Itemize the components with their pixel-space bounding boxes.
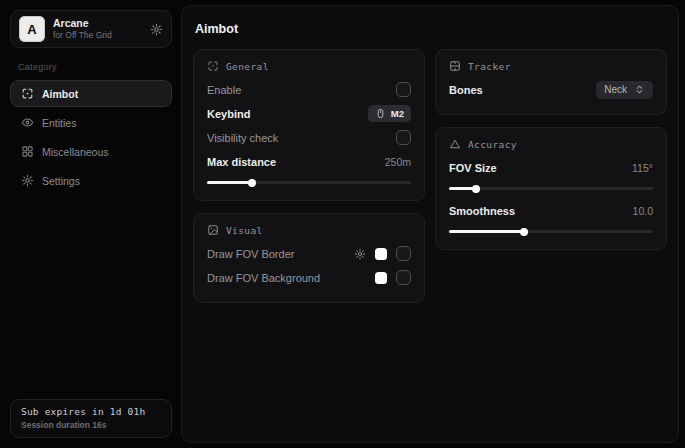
sidebar-item-aimbot[interactable]: Aimbot	[10, 80, 172, 107]
crosshair-icon	[21, 87, 34, 100]
tracker-icon	[449, 60, 461, 72]
draw-fov-background-label: Draw FOV Background	[207, 272, 320, 284]
keybind-value: M2	[391, 108, 404, 119]
sidebar: A Arcane for Off The Grid Category	[6, 5, 176, 443]
fov-size-label: FOV Size	[449, 162, 497, 174]
session-duration-text: Session duration 16s	[21, 420, 161, 430]
fov-size-slider[interactable]	[449, 187, 653, 190]
bones-select[interactable]: Neck	[596, 81, 653, 99]
app-name: Arcane	[53, 17, 142, 30]
fov-background-color-swatch[interactable]	[375, 272, 387, 284]
gear-icon[interactable]	[150, 23, 163, 36]
row-keybind: Keybind M2	[207, 102, 411, 125]
gear-icon[interactable]	[354, 248, 366, 260]
smoothness-label: Smoothness	[449, 205, 515, 217]
sub-expiry-text: Sub expires in 1d 01h	[21, 406, 161, 417]
sidebar-item-miscellaneous[interactable]: Miscellaneous	[10, 138, 172, 165]
category-label: Category	[18, 62, 164, 72]
enable-checkbox[interactable]	[396, 82, 411, 97]
card-title: General	[226, 61, 269, 72]
max-distance-slider[interactable]	[207, 181, 411, 184]
row-draw-fov-background: Draw FOV Background	[207, 266, 411, 289]
visibility-check-label: Visibility check	[207, 132, 278, 144]
draw-fov-border-label: Draw FOV Border	[207, 248, 294, 260]
row-bones: Bones Neck	[449, 78, 653, 101]
sidebar-nav: Aimbot Entities	[10, 80, 172, 194]
row-smoothness: Smoothness 10.0	[449, 199, 653, 222]
slider-thumb[interactable]	[248, 179, 256, 187]
card-title: Accuracy	[468, 139, 517, 150]
row-max-distance: Max distance 250m	[207, 150, 411, 173]
app-window: A Arcane for Off The Grid Category	[0, 0, 685, 448]
row-visibility-check: Visibility check	[207, 126, 411, 149]
eye-icon	[21, 116, 34, 129]
page-title: Aimbot	[195, 22, 665, 36]
card-general: General Enable Keybind	[193, 49, 425, 201]
card-visual: Visual Draw FOV Border	[193, 213, 425, 303]
bones-label: Bones	[449, 84, 483, 96]
app-subtitle: for Off The Grid	[53, 30, 142, 41]
sidebar-item-label: Aimbot	[42, 88, 78, 100]
slider-thumb[interactable]	[520, 228, 528, 236]
row-fov-size: FOV Size 115°	[449, 156, 653, 179]
keybind-label: Keybind	[207, 108, 250, 120]
smoothness-slider[interactable]	[449, 230, 653, 233]
draw-fov-background-checkbox[interactable]	[396, 270, 411, 285]
sidebar-item-label: Settings	[42, 175, 80, 187]
brand-card: A Arcane for Off The Grid	[10, 10, 172, 48]
card-tracker: Tracker Bones Neck	[435, 49, 667, 115]
max-distance-label: Max distance	[207, 156, 276, 168]
keybind-button[interactable]: M2	[368, 105, 411, 122]
crosshair-icon	[207, 60, 219, 72]
bones-selected-value: Neck	[604, 84, 627, 95]
sidebar-item-entities[interactable]: Entities	[10, 109, 172, 136]
app-logo: A	[19, 16, 45, 42]
chevrons-up-down-icon	[634, 84, 645, 95]
main-panel: Aimbot General	[181, 5, 679, 443]
mouse-icon	[375, 108, 386, 119]
enable-label: Enable	[207, 84, 241, 96]
brand-text: Arcane for Off The Grid	[53, 17, 142, 41]
triangle-icon	[449, 138, 461, 150]
smoothness-value: 10.0	[633, 205, 653, 217]
subscription-status: Sub expires in 1d 01h Session duration 1…	[10, 399, 172, 438]
image-icon	[207, 224, 219, 236]
card-title: Tracker	[468, 61, 511, 72]
row-draw-fov-border: Draw FOV Border	[207, 242, 411, 265]
row-enable: Enable	[207, 78, 411, 101]
draw-fov-border-checkbox[interactable]	[396, 246, 411, 261]
visibility-check-checkbox[interactable]	[396, 130, 411, 145]
slider-thumb[interactable]	[472, 185, 480, 193]
card-accuracy: Accuracy FOV Size 115° Smoothness 10.0	[435, 127, 667, 250]
grid-icon	[21, 145, 34, 158]
sidebar-item-settings[interactable]: Settings	[10, 167, 172, 194]
fov-size-value: 115°	[632, 162, 653, 174]
max-distance-value: 250m	[385, 156, 411, 168]
card-title: Visual	[226, 225, 263, 236]
gear-icon	[21, 174, 34, 187]
sidebar-item-label: Miscellaneous	[42, 146, 109, 158]
fov-border-color-swatch[interactable]	[375, 248, 387, 260]
sidebar-item-label: Entities	[42, 117, 76, 129]
